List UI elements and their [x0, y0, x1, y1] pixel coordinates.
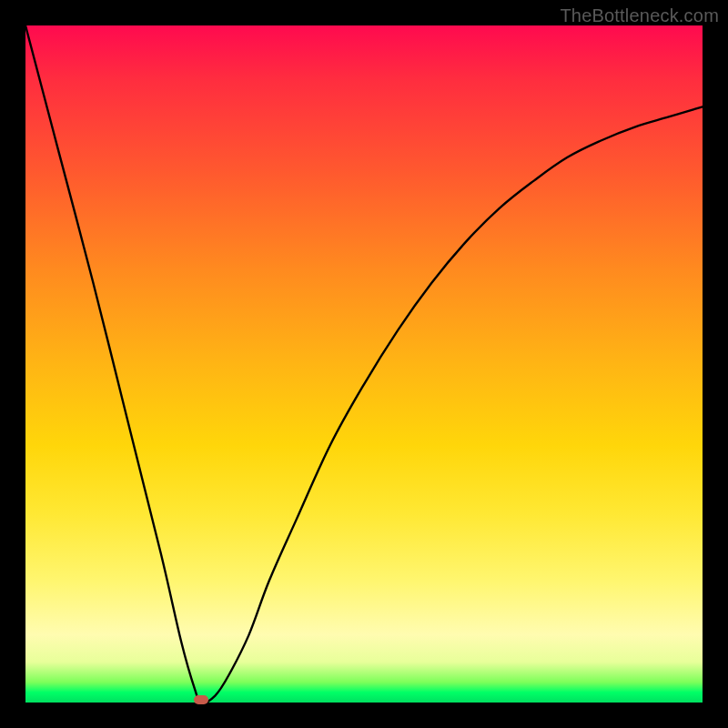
bottleneck-curve — [25, 25, 703, 703]
minimum-marker — [194, 695, 208, 704]
chart-frame: TheBottleneck.com — [0, 0, 728, 728]
plot-area — [25, 25, 703, 703]
watermark-text: TheBottleneck.com — [560, 5, 719, 26]
